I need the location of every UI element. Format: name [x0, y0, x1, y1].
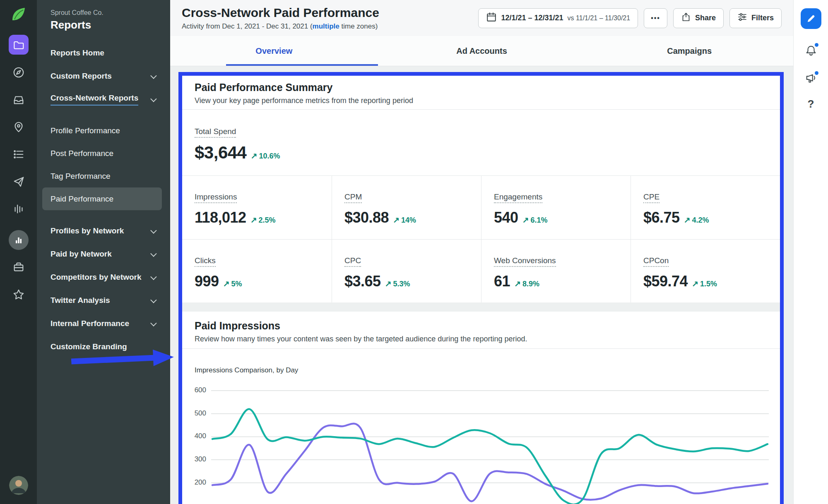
y-tick-label: 200: [182, 478, 206, 487]
sidebar-item-reports-home[interactable]: Reports Home: [37, 41, 170, 65]
main-content: Cross-Network Paid Performance Activity …: [170, 0, 793, 504]
total-spend-delta: ↗10.6%: [250, 151, 280, 161]
sidebar-item-twitter-analysis[interactable]: Twitter Analysis: [37, 289, 170, 312]
metric-web-conversions: Web Conversions 61↗8.9%: [481, 239, 631, 302]
reports-bar-chart-icon[interactable]: [9, 230, 29, 250]
account-name: Sprout Coffee Co.: [37, 9, 170, 17]
reports-sidebar: Sprout Coffee Co. Reports Reports Home C…: [37, 0, 170, 504]
metric-cpe: CPE $6.75↗4.2%: [631, 176, 780, 239]
metric-cpc: CPC $3.65↗5.3%: [332, 239, 481, 302]
y-tick-label: 600: [182, 386, 206, 394]
metric-clicks: Clicks 999↗5%: [182, 239, 332, 302]
page-header: Cross-Network Paid Performance Activity …: [170, 0, 793, 36]
sidebar-item-cross-network-reports[interactable]: Cross-Network Reports: [37, 88, 170, 111]
listening-bars-icon[interactable]: [12, 203, 25, 215]
chart-caption: Impressions Comparison, by Day: [195, 366, 298, 374]
date-compare-value: vs 11/1/21 – 11/30/21: [568, 14, 631, 22]
annotation-box: Paid Performance Summary View your key p…: [178, 72, 784, 504]
up-arrow-icon: ↗: [385, 279, 392, 288]
line-chart-plot: [211, 385, 769, 504]
sprout-leaf-logo[interactable]: [10, 6, 27, 24]
tab-overview[interactable]: Overview: [170, 36, 378, 66]
up-arrow-icon: ↗: [250, 151, 257, 161]
utility-rail: ?: [793, 0, 828, 504]
metric-cpm: CPM $30.88↗14%: [332, 176, 481, 239]
impressions-card-title: Paid Impressions: [195, 320, 768, 332]
notifications-bell-icon[interactable]: [804, 44, 818, 57]
date-range-button[interactable]: 12/1/21 – 12/31/21 vs 11/1/21 – 11/30/21: [478, 8, 638, 28]
paper-plane-icon[interactable]: [12, 175, 25, 188]
sidebar-item-internal-performance[interactable]: Internal Performance: [37, 312, 170, 335]
header-actions: 12/1/21 – 12/31/21 vs 11/1/21 – 11/30/21…: [478, 8, 782, 28]
total-spend-label[interactable]: Total Spend: [195, 127, 236, 138]
metric-impressions: Impressions 118,012↗2.5%: [182, 176, 332, 239]
chevron-down-icon: [150, 250, 157, 257]
up-arrow-icon: ↗: [250, 215, 257, 225]
multiple-timezones-link[interactable]: multiple: [313, 22, 339, 30]
up-arrow-icon: ↗: [514, 279, 521, 288]
page-title: Cross-Network Paid Performance: [182, 6, 379, 20]
sidebar-item-competitors-by-network[interactable]: Competitors by Network: [37, 266, 170, 289]
summary-card-subtitle: View your key page performance metrics f…: [195, 96, 768, 105]
sidebar-item-paid-performance[interactable]: Paid Performance: [42, 187, 162, 210]
date-range-value: 12/1/21 – 12/31/21: [501, 14, 563, 22]
chevron-down-icon: [150, 72, 157, 79]
report-tabbar: Overview Ad Accounts Campaigns: [170, 36, 793, 66]
ellipsis-icon: •••: [651, 14, 660, 22]
sidebar-title: Reports: [37, 19, 170, 31]
list-icon[interactable]: [12, 148, 25, 161]
inbox-icon[interactable]: [12, 94, 25, 106]
paid-performance-summary-card: Paid Performance Summary View your key p…: [182, 76, 780, 302]
chevron-down-icon: [150, 320, 157, 326]
impressions-card-subtitle: Review how many times your content was s…: [195, 335, 768, 343]
sidebar-item-paid-by-network[interactable]: Paid by Network: [37, 242, 170, 266]
impressions-chart: Impressions Comparison, by Day 600500400…: [182, 349, 780, 504]
share-icon: [681, 12, 691, 24]
compass-icon[interactable]: [12, 66, 25, 79]
briefcase-icon[interactable]: [12, 261, 25, 274]
chevron-down-icon: [150, 274, 157, 280]
report-content: Paid Performance Summary View your key p…: [170, 66, 793, 504]
chevron-down-icon: [150, 96, 157, 102]
share-button[interactable]: Share: [673, 8, 724, 28]
total-spend-block: Total Spend $3,644 ↗10.6%: [182, 110, 780, 176]
sidebar-nav: Reports Home Custom Reports Cross-Networ…: [37, 41, 170, 358]
sidebar-item-tag-performance[interactable]: Tag Performance: [42, 165, 162, 187]
sidebar-item-custom-reports[interactable]: Custom Reports: [37, 65, 170, 88]
compose-button[interactable]: [801, 8, 821, 29]
tab-ad-accounts[interactable]: Ad Accounts: [378, 36, 586, 66]
total-spend-value: $3,644: [195, 143, 246, 163]
star-icon[interactable]: [12, 288, 25, 301]
metric-grid: Impressions 118,012↗2.5% CPM $30.88↗14% …: [182, 176, 780, 302]
announcement-dot: [815, 71, 818, 75]
y-tick-label: 300: [182, 455, 206, 463]
more-options-button[interactable]: •••: [644, 8, 667, 28]
summary-card-title: Paid Performance Summary: [195, 82, 768, 94]
folder-app-icon[interactable]: [9, 35, 29, 55]
tab-campaigns[interactable]: Campaigns: [585, 36, 793, 66]
pin-icon[interactable]: [12, 121, 25, 133]
filters-icon: [737, 12, 747, 24]
filters-button[interactable]: Filters: [729, 8, 782, 28]
notification-dot: [815, 43, 818, 47]
up-arrow-icon: ↗: [522, 215, 529, 225]
announcements-icon[interactable]: [804, 72, 818, 85]
card-gap: [182, 302, 780, 312]
paid-impressions-card: Paid Impressions Review how many times y…: [182, 312, 780, 504]
user-avatar[interactable]: [9, 476, 28, 495]
up-arrow-icon: ↗: [684, 215, 691, 225]
up-arrow-icon: ↗: [692, 279, 698, 288]
app-window: Sprout Coffee Co. Reports Reports Home C…: [0, 0, 828, 504]
series-purple-line: [212, 424, 768, 502]
sidebar-item-profiles-by-network[interactable]: Profiles by Network: [37, 219, 170, 242]
chevron-down-icon: [150, 297, 157, 303]
y-tick-label: 400: [182, 432, 206, 440]
sidebar-item-profile-performance[interactable]: Profile Performance: [42, 119, 162, 142]
sidebar-item-post-performance[interactable]: Post Performance: [42, 142, 162, 165]
metric-engagements: Engagements 540↗6.1%: [481, 176, 631, 239]
metric-cpcon: CPCon $59.74↗1.5%: [631, 239, 780, 302]
calendar-icon: [486, 12, 497, 24]
chevron-down-icon: [150, 227, 157, 234]
cross-network-submenu: Profile Performance Post Performance Tag…: [42, 119, 162, 210]
help-button[interactable]: ?: [808, 98, 814, 110]
